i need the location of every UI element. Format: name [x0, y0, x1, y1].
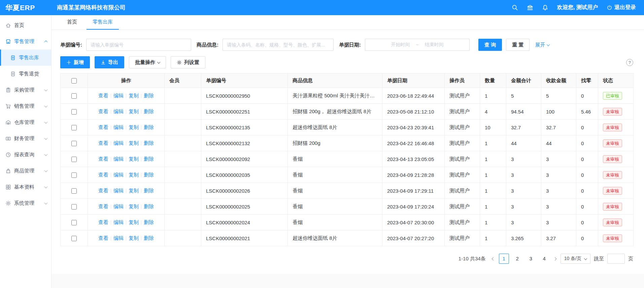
cell-date: 2023-04-22 16:46:48	[382, 135, 445, 151]
row-action-view[interactable]: 查看	[98, 124, 108, 130]
row-checkbox[interactable]	[71, 141, 77, 146]
sidebar-item-goods[interactable]: 商品管理	[0, 163, 51, 179]
row-checkbox[interactable]	[71, 125, 77, 130]
page-size-select[interactable]: 10 条/页	[561, 254, 590, 264]
jump-page-input[interactable]	[607, 254, 625, 264]
sidebar-item-system[interactable]: 系统管理	[0, 195, 51, 211]
row-action-edit[interactable]: 编辑	[113, 124, 124, 130]
row-action-copy[interactable]: 复制	[129, 124, 139, 130]
search-button[interactable]: 查 询	[478, 39, 502, 51]
row-action-delete[interactable]: 删除	[144, 203, 154, 209]
row-action-delete[interactable]: 删除	[144, 108, 154, 114]
column-settings-button[interactable]: 列设置	[171, 56, 205, 68]
bank-icon[interactable]	[527, 4, 533, 11]
tab-home[interactable]: 首页	[61, 15, 83, 30]
table-row: 查看编辑复制删除 LSCK00000002950 美汁源果粒橙 500ml 美汁…	[61, 88, 634, 104]
row-checkbox[interactable]	[71, 220, 77, 225]
prev-page-button[interactable]	[491, 258, 496, 260]
row-checkbox[interactable]	[71, 236, 77, 241]
row-action-view[interactable]: 查看	[98, 93, 108, 98]
plus-icon	[66, 60, 71, 65]
row-action-view[interactable]: 查看	[98, 156, 108, 162]
search-icon[interactable]	[512, 4, 518, 11]
row-checkbox[interactable]	[71, 93, 77, 99]
row-checkbox[interactable]	[71, 188, 77, 194]
chevron-down-icon	[45, 137, 47, 140]
row-checkbox[interactable]	[71, 172, 77, 178]
row-action-edit[interactable]: 编辑	[113, 156, 124, 162]
row-action-view[interactable]: 查看	[98, 188, 108, 193]
expand-toggle[interactable]: 展开	[535, 42, 549, 48]
row-action-copy[interactable]: 复制	[129, 172, 139, 178]
select-all-checkbox[interactable]	[71, 78, 77, 84]
cell-member	[165, 215, 201, 230]
cell-qty: 10	[480, 120, 506, 135]
sidebar-item-sales[interactable]: 销售管理	[0, 98, 51, 114]
row-action-edit[interactable]: 编辑	[113, 188, 124, 193]
product-input[interactable]	[223, 39, 334, 51]
row-action-copy[interactable]: 复制	[129, 188, 139, 193]
row-action-delete[interactable]: 删除	[144, 188, 154, 193]
row-action-copy[interactable]: 复制	[129, 108, 139, 114]
app-logo[interactable]: 华夏ERP	[0, 3, 52, 12]
row-action-edit[interactable]: 编辑	[113, 203, 124, 209]
row-action-edit[interactable]: 编辑	[113, 172, 124, 178]
row-action-edit[interactable]: 编辑	[113, 140, 124, 146]
logout-button[interactable]: 退出登录	[607, 4, 636, 11]
bell-icon[interactable]	[542, 4, 548, 11]
page-4-button[interactable]: 4	[539, 254, 549, 264]
row-action-edit[interactable]: 编辑	[113, 108, 124, 114]
sidebar-item-retail-outbound[interactable]: 零售出库	[0, 50, 51, 66]
reset-button[interactable]: 重 置	[506, 39, 530, 51]
help-icon[interactable]	[626, 59, 633, 66]
next-page-button[interactable]	[553, 258, 557, 260]
tab-retail-outbound[interactable]: 零售出库	[87, 15, 119, 30]
batch-actions-button[interactable]: 批量操作	[129, 56, 166, 68]
sidebar-item-retail-management[interactable]: 零售管理	[0, 33, 51, 50]
row-checkbox[interactable]	[71, 109, 77, 115]
sidebar-item-reports[interactable]: 报表查询	[0, 147, 51, 163]
status-badge: 未审核	[603, 234, 622, 242]
sidebar-item-home[interactable]: 首页	[0, 17, 51, 33]
bill-no-input[interactable]	[86, 39, 191, 51]
row-action-copy[interactable]: 复制	[129, 140, 139, 146]
row-action-copy[interactable]: 复制	[129, 93, 139, 98]
date-range-picker[interactable]: 开始时间 ~ 结束时间	[365, 39, 470, 51]
row-action-copy[interactable]: 复制	[129, 235, 139, 241]
row-action-delete[interactable]: 删除	[144, 219, 154, 225]
finance-icon	[5, 136, 11, 141]
row-action-view[interactable]: 查看	[98, 219, 108, 225]
page-1-button[interactable]: 1	[499, 254, 509, 264]
page-2-button[interactable]: 2	[512, 254, 522, 264]
row-action-copy[interactable]: 复制	[129, 156, 139, 162]
row-action-view[interactable]: 查看	[98, 140, 108, 146]
row-action-edit[interactable]: 编辑	[113, 235, 124, 241]
add-button[interactable]: 新增	[60, 56, 90, 68]
row-action-delete[interactable]: 删除	[144, 140, 154, 146]
row-action-view[interactable]: 查看	[98, 172, 108, 178]
page-3-button[interactable]: 3	[526, 254, 536, 264]
row-checkbox[interactable]	[71, 204, 77, 210]
row-action-view[interactable]: 查看	[98, 235, 108, 241]
row-checkbox[interactable]	[71, 157, 77, 162]
row-action-delete[interactable]: 删除	[144, 124, 154, 130]
row-action-delete[interactable]: 删除	[144, 172, 154, 178]
row-action-view[interactable]: 查看	[98, 108, 108, 114]
sidebar-item-basic-data[interactable]: 基本资料	[0, 179, 51, 195]
sidebar-item-label: 商品管理	[14, 168, 34, 174]
row-action-delete[interactable]: 删除	[144, 156, 154, 162]
row-action-copy[interactable]: 复制	[129, 219, 139, 225]
row-action-view[interactable]: 查看	[98, 203, 108, 209]
sidebar-item-purchase[interactable]: 采购管理	[0, 82, 51, 98]
row-action-copy[interactable]: 复制	[129, 203, 139, 209]
chevron-down-icon	[45, 202, 47, 204]
row-action-edit[interactable]: 编辑	[113, 219, 124, 225]
row-action-delete[interactable]: 删除	[144, 235, 154, 241]
row-action-edit[interactable]: 编辑	[113, 93, 124, 98]
sidebar-item-warehouse[interactable]: 仓库管理	[0, 114, 51, 130]
export-button[interactable]: 导出	[95, 56, 124, 68]
toolbar: 新增 导出 批量操作 列设置	[60, 56, 633, 68]
row-action-delete[interactable]: 删除	[144, 93, 154, 98]
sidebar-item-retail-return[interactable]: 零售退货	[0, 66, 51, 82]
sidebar-item-finance[interactable]: 财务管理	[0, 130, 51, 147]
